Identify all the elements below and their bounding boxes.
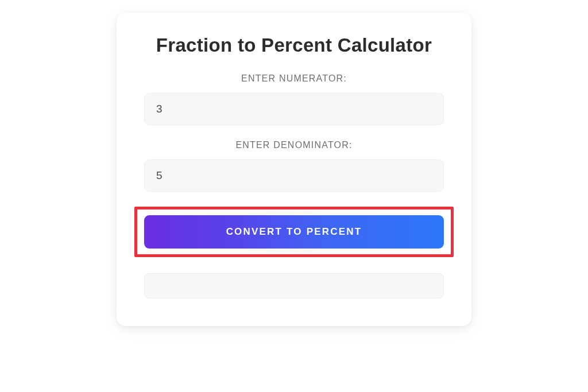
numerator-input[interactable] (144, 93, 444, 125)
convert-button[interactable]: CONVERT TO PERCENT (144, 215, 444, 249)
denominator-label: ENTER DENOMINATOR: (144, 140, 444, 150)
calculator-card: Fraction to Percent Calculator ENTER NUM… (117, 13, 471, 326)
denominator-input[interactable] (144, 160, 444, 192)
highlight-box: CONVERT TO PERCENT (134, 207, 454, 257)
result-output (144, 273, 444, 298)
page-title: Fraction to Percent Calculator (144, 34, 444, 56)
numerator-label: ENTER NUMERATOR: (144, 73, 444, 84)
